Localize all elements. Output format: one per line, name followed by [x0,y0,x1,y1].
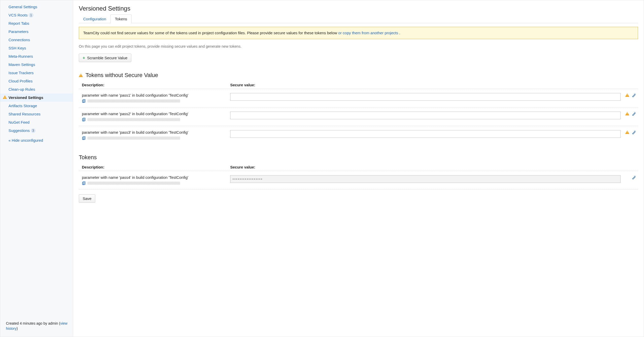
sidebar-item-issue-trackers[interactable]: Issue Trackers [0,69,73,77]
copy-icon [82,136,86,140]
copy-icon [82,117,86,122]
sidebar-item-label: Maven Settings [8,62,35,67]
copy-icon [82,181,86,185]
sidebar-item-label: VCS Roots [8,13,28,17]
token-id-obscured [88,137,180,140]
edit-wand-icon[interactable] [632,175,636,179]
token-id-obscured [88,118,180,121]
sidebar-footer-suffix: ) [16,326,18,331]
svg-point-27 [635,176,636,177]
sidebar-item-artifacts-storage[interactable]: Artifacts Storage [0,102,73,110]
tokens-header: Description: Secure value: [79,163,638,171]
col-desc: Description: [82,165,230,169]
token-row: parameter with name 'pass4' in build con… [79,171,638,189]
sidebar-item-suggestions[interactable]: Suggestions3 [0,127,73,135]
svg-point-13 [635,113,636,113]
warning-icon [625,130,629,134]
sidebar-item-label: General Settings [8,5,37,9]
edit-wand-icon[interactable] [632,93,636,97]
token-id-obscured [88,99,180,103]
svg-point-20 [635,131,636,132]
token-description: parameter with name 'pass4' in build con… [82,175,225,180]
sidebar-item-parameters[interactable]: Parameters [0,28,73,36]
token-id-row [82,181,225,185]
section-tokens-title: Tokens [79,154,638,161]
sidebar-item-label: Versioned Settings [8,95,43,100]
plus-icon: + [83,56,85,60]
sidebar-item-vcs-roots[interactable]: VCS Roots1 [0,11,73,19]
svg-point-25 [635,176,636,176]
warning-text: TeamCity could not find secure values fo… [83,31,338,35]
svg-point-26 [634,175,634,176]
token-id-row [82,99,225,103]
tab-configuration[interactable]: Configuration [79,14,110,23]
sidebar-list: General SettingsVCS Roots1Report TabsPar… [0,3,73,145]
sidebar-item-nuget-feed[interactable]: NuGet Feed [0,118,73,127]
warning-suffix: . [398,31,400,35]
sidebar-item-shared-resources[interactable]: Shared Resources [0,110,73,118]
app-root: General SettingsVCS Roots1Report TabsPar… [0,0,644,337]
sidebar-item-ssh-keys[interactable]: SSH Keys [0,44,73,52]
token-id-obscured [88,182,180,185]
edit-wand-icon[interactable] [632,130,636,134]
sidebar-item-label: SSH Keys [8,46,26,50]
sidebar-item-report-tabs[interactable]: Report Tabs [0,19,73,28]
save-button[interactable]: Save [79,194,95,203]
missing-tokens-section: Description: Secure value: parameter wit… [79,81,638,144]
sidebar-item-maven-settings[interactable]: Maven Settings [0,61,73,69]
svg-point-19 [634,130,634,131]
sidebar-item-meta-runners[interactable]: Meta-Runners [0,52,73,61]
secure-value-input[interactable] [230,93,621,101]
svg-point-6 [635,94,636,95]
secure-value-input[interactable] [230,175,621,183]
svg-point-18 [635,131,636,131]
token-id-row [82,136,225,140]
sidebar-item-label: Clean-up Rules [8,87,35,91]
svg-point-5 [634,93,634,94]
warning-icon [79,73,83,77]
svg-point-12 [634,112,634,112]
sidebar-item-versioned-settings[interactable]: Versioned Settings [0,94,73,102]
sidebar: General SettingsVCS Roots1Report TabsPar… [0,0,73,337]
sidebar-item-label: Meta-Runners [8,54,33,58]
tab-tokens[interactable]: Tokens [110,14,132,23]
token-id-row [82,117,225,122]
sidebar-item-label: Connections [8,38,30,42]
page-title: Versioned Settings [79,5,638,12]
col-value: Secure value: [230,165,621,169]
warning-icon [625,112,629,115]
col-desc: Description: [82,83,230,87]
secure-value-input[interactable] [230,130,621,138]
sidebar-item-label: Artifacts Storage [8,104,37,108]
sidebar-item-clean-up-rules[interactable]: Clean-up Rules [0,85,73,94]
copy-icon [82,99,86,103]
helper-text: On this page you can edit project tokens… [79,44,638,48]
token-row: parameter with name 'pass2' in build con… [79,107,638,126]
warning-icon [3,95,7,99]
section-missing-title: Tokens without Secure Value [79,72,638,79]
warning-copy-link[interactable]: or copy them from another projects [338,31,398,35]
sidebar-item-label: Suggestions [8,128,30,133]
tabs: ConfigurationTokens [79,14,638,23]
sidebar-item-label: Parameters [8,29,29,34]
sidebar-item-label: Issue Trackers [8,71,34,75]
token-description: parameter with name 'pass2' in build con… [82,112,225,116]
sidebar-item-connections[interactable]: Connections [0,36,73,44]
hide-unconfigured-link[interactable]: « Hide unconfigured [0,136,73,145]
svg-point-11 [635,112,636,113]
sidebar-item-label: Cloud Profiles [8,79,32,83]
sidebar-item-general-settings[interactable]: General Settings [0,3,73,11]
missing-tokens-header: Description: Secure value: [79,81,638,89]
sidebar-item-label: Report Tabs [8,21,29,26]
edit-wand-icon[interactable] [632,112,636,116]
scramble-secure-value-button[interactable]: + Scramble Secure Value [79,54,131,62]
sidebar-item-label: NuGet Feed [8,120,30,124]
token-description: parameter with name 'pass3' in build con… [82,130,225,134]
count-badge: 1 [29,13,33,18]
col-value: Secure value: [230,83,621,87]
token-row: parameter with name 'pass1' in build con… [79,89,638,107]
sidebar-item-cloud-profiles[interactable]: Cloud Profiles [0,77,73,85]
token-description: parameter with name 'pass1' in build con… [82,93,225,97]
secure-value-input[interactable] [230,112,621,119]
warning-icon [625,93,629,97]
